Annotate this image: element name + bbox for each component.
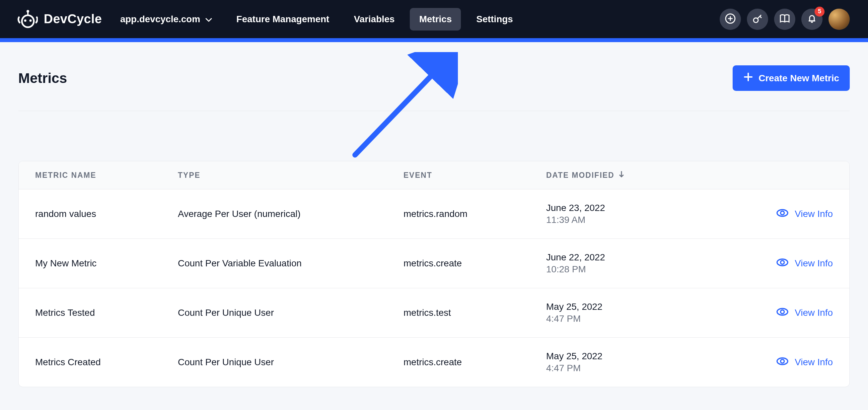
notifications-badge: 5 [814,7,825,17]
page-title: Metrics [18,70,67,86]
sort-descending-icon [618,170,624,180]
eye-icon [776,355,789,370]
svg-point-1 [24,19,27,22]
view-info-label: View Info [795,258,833,269]
cell-date: June 23, 202211:39 AM [546,203,709,225]
nav-feature-management[interactable]: Feature Management [227,8,338,31]
svg-point-19 [781,211,784,215]
eye-icon [776,306,789,320]
view-info-link[interactable]: View Info [709,207,833,222]
topbar-actions: 5 [720,9,850,30]
accent-stripe [0,38,868,42]
eye-icon [776,256,789,271]
cell-event: metrics.test [403,308,546,318]
metrics-table: METRIC NAME TYPE EVENT DATE MODIFIED ran… [18,161,850,387]
cell-event: metrics.random [403,209,546,219]
th-date-label: DATE MODIFIED [546,171,615,180]
project-domain-label: app.devcycle.com [120,14,200,25]
cell-date-value: May 25, 2022 [546,351,709,361]
view-info-label: View Info [795,209,833,219]
cell-metric-name: My New Metric [35,258,178,269]
cell-date: May 25, 20224:47 PM [546,302,709,324]
eye-icon [776,207,789,222]
cell-type: Count Per Unique User [178,308,403,318]
user-avatar[interactable] [829,9,850,30]
cell-event: metrics.create [403,357,546,368]
cell-time-value: 4:47 PM [546,313,709,324]
create-metric-label: Create New Metric [758,73,839,84]
svg-line-10 [760,16,762,18]
svg-point-0 [22,15,34,27]
th-metric-name[interactable]: METRIC NAME [35,170,178,180]
plus-circle-icon [725,13,736,26]
cell-metric-name: Metrics Tested [35,308,178,318]
cell-metric-name: Metrics Created [35,357,178,368]
view-info-link[interactable]: View Info [709,306,833,320]
cell-type: Average Per User (numerical) [178,209,403,219]
view-info-link[interactable]: View Info [709,355,833,370]
cell-time-value: 4:47 PM [546,363,709,374]
view-info-label: View Info [795,308,833,318]
cell-date-value: June 23, 2022 [546,203,709,213]
cell-type: Count Per Variable Evaluation [178,258,403,269]
table-row: Metrics CreatedCount Per Unique Usermetr… [19,338,849,387]
th-date-modified[interactable]: DATE MODIFIED [546,170,709,180]
brand-name: DevCycle [44,12,102,26]
table-row: random valuesAverage Per User (numerical… [19,189,849,239]
nav-variables[interactable]: Variables [344,8,404,31]
cell-time-value: 10:28 PM [546,264,709,275]
book-icon [779,13,790,26]
cell-time-value: 11:39 AM [546,215,709,225]
cell-event: metrics.create [403,258,546,269]
table-row: My New MetricCount Per Variable Evaluati… [19,239,849,288]
svg-point-23 [781,310,784,313]
svg-point-21 [781,260,784,264]
key-icon [752,13,763,26]
logo[interactable]: DevCycle [17,10,102,29]
cell-date-value: May 25, 2022 [546,302,709,312]
cell-date: June 22, 202210:28 PM [546,252,709,275]
page-header: Metrics Create New Metric [18,65,850,111]
notifications-button[interactable]: 5 [801,9,823,30]
svg-point-2 [30,19,32,22]
table-row: Metrics TestedCount Per Unique Usermetri… [19,288,849,338]
cell-date: May 25, 20224:47 PM [546,351,709,374]
th-event[interactable]: EVENT [403,170,546,180]
view-info-link[interactable]: View Info [709,256,833,271]
api-keys-button[interactable] [747,9,768,30]
page-content: Metrics Create New Metric METRIC NAME TY… [0,42,868,387]
devcycle-logo-icon [17,10,38,29]
docs-button[interactable] [774,9,795,30]
chevron-down-icon [206,14,212,25]
svg-point-4 [27,10,29,12]
add-button[interactable] [720,9,741,30]
nav-metrics[interactable]: Metrics [410,8,461,31]
create-metric-button[interactable]: Create New Metric [733,65,850,91]
view-info-label: View Info [795,357,833,368]
cell-type: Count Per Unique User [178,357,403,368]
primary-nav: Feature Management Variables Metrics Set… [227,8,522,31]
plus-icon [743,72,753,84]
topbar: DevCycle app.devcycle.com Feature Manage… [0,0,868,38]
svg-point-25 [781,359,784,363]
th-type[interactable]: TYPE [178,170,403,180]
cell-metric-name: random values [35,209,178,219]
th-actions [709,170,833,180]
project-domain-dropdown[interactable]: app.devcycle.com [120,14,212,25]
svg-point-8 [753,18,758,23]
cell-date-value: June 22, 2022 [546,252,709,263]
nav-settings[interactable]: Settings [467,8,522,31]
table-header-row: METRIC NAME TYPE EVENT DATE MODIFIED [19,161,849,189]
